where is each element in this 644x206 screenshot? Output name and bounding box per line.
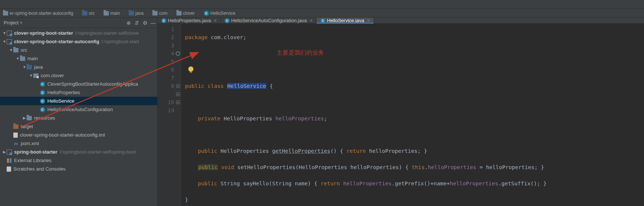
class-icon: C [40, 82, 45, 87]
tree-item-label: Scratches and Consoles [13, 166, 65, 172]
tree-item[interactable]: CHelloServiceAutoConfiguration [0, 105, 157, 114]
project-panel-header: Project ▾ ⊕ ⇵ ⚙ — [0, 18, 157, 28]
library-icon [7, 158, 12, 163]
class-icon: C [40, 99, 45, 104]
class-icon: C [40, 90, 45, 95]
tree-arrow-icon[interactable]: ▼ [9, 48, 13, 52]
tree-arrow-icon[interactable]: ▶ [22, 116, 27, 120]
locate-button[interactable]: ⊕ [125, 19, 133, 27]
crumb-label: main [110, 11, 120, 16]
chevron-right-icon: 〉 [145, 10, 151, 16]
tree-item-label: HelloServiceAutoConfiguration [47, 107, 113, 112]
tree-item-label: src [21, 47, 27, 53]
project-tree[interactable]: ▼clover-spring-boot-starterI:\springboot… [0, 28, 157, 174]
class-icon: C [161, 18, 166, 23]
code-editor[interactable]: 1 2 3 4 5 6 7 8 16 19 [158, 24, 644, 206]
breadcrumb-item[interactable]: CHelloService [202, 9, 237, 17]
file-icon [13, 133, 18, 138]
tree-arrow-icon[interactable]: ▶ [2, 150, 7, 154]
panel-title[interactable]: Project [4, 20, 18, 25]
tree-item[interactable]: mpom.xml [0, 139, 157, 148]
tree-item[interactable]: ▶spring-boot-starterI:\springboot-starte… [0, 148, 157, 156]
module-icon [7, 150, 12, 155]
project-tool-window: Project ▾ ⊕ ⇵ ⚙ — ▼clover-spring-boot-st… [0, 18, 158, 206]
class-icon: C [320, 18, 326, 23]
tree-item-hint: I:\springboot-starter-self\clove [75, 30, 139, 36]
breadcrumb-item[interactable]: er-spring-boot-starter-autoconfig [1, 9, 75, 17]
folder-icon [82, 11, 87, 16]
line-number: 3 [158, 41, 174, 49]
close-icon[interactable]: × [310, 18, 313, 23]
tree-item[interactable]: ▼com.clover [0, 71, 157, 80]
tree-arrow-icon[interactable]: ▼ [2, 40, 7, 44]
tab-hello-properties[interactable]: C HelloProperties.java × [158, 18, 221, 23]
editor-gutter[interactable]: 1 2 3 4 5 6 7 8 16 19 [158, 24, 181, 206]
fold-icon[interactable]: + [176, 84, 180, 88]
tree-item[interactable]: CCloverSpringBootStarterAutoconfigApplic… [0, 80, 157, 88]
tree-item-label: clover-spring-boot-starter-autoconfig.im… [20, 132, 105, 138]
line-number: 16 [158, 98, 174, 106]
maven-icon: m [13, 141, 18, 146]
fold-icon[interactable]: + [176, 100, 180, 104]
tree-item[interactable]: ▼clover-spring-boot-starterI:\springboot… [0, 29, 157, 37]
hide-button[interactable]: — [149, 19, 157, 27]
main-toolbar[interactable] [0, 0, 644, 9]
breadcrumb-item[interactable]: src [81, 9, 96, 17]
class-name: HelloService [227, 83, 267, 89]
tree-item[interactable]: ▼main [0, 54, 157, 63]
breadcrumb-item[interactable]: com [151, 9, 169, 17]
intention-bulb-icon[interactable] [188, 66, 193, 72]
close-icon[interactable]: × [367, 18, 370, 23]
editor-area: C HelloProperties.java × C HelloServiceA… [158, 18, 644, 206]
tree-item[interactable]: ▼java [0, 63, 157, 71]
module-icon [7, 39, 12, 44]
breadcrumb-item[interactable]: main [102, 9, 121, 17]
tree-arrow-icon[interactable]: ▼ [16, 56, 20, 61]
gear-icon[interactable]: ⚙ [141, 19, 149, 27]
tree-arrow-icon[interactable]: ▼ [22, 65, 27, 69]
crumb-label: src [89, 11, 95, 16]
folder-icon [20, 56, 25, 61]
target-folder-icon [13, 124, 18, 129]
crumb-label: clover [183, 11, 195, 16]
tree-item[interactable]: Scratches and Consoles [0, 165, 157, 173]
breadcrumb-item[interactable]: clover [175, 9, 196, 17]
fold-icon[interactable]: + [176, 92, 180, 96]
tree-item[interactable]: CHelloService [0, 97, 157, 105]
line-number: 5 [158, 58, 174, 66]
tree-item-label: clover-spring-boot-starter [14, 30, 73, 36]
expand-all-button[interactable]: ⇵ [133, 19, 141, 27]
tree-item[interactable]: CHelloProperties [0, 88, 157, 97]
tab-label: HelloProperties.java [168, 18, 211, 23]
tab-hello-service[interactable]: C HelloService.java × [317, 18, 374, 23]
folder-icon [176, 11, 182, 16]
tree-arrow-icon[interactable]: ▼ [2, 31, 7, 35]
code-content[interactable]: package package com.clover;com.clover; p… [181, 24, 547, 206]
line-number [158, 114, 174, 123]
folder-icon [27, 116, 32, 120]
tree-item[interactable]: clover-spring-boot-starter-autoconfig.im… [0, 131, 157, 139]
tree-item-label: target [21, 124, 33, 129]
tree-item-hint: I:\springboot-start [101, 39, 139, 44]
line-number: 19 [158, 106, 174, 114]
recursive-icon[interactable] [176, 51, 180, 56]
tab-hello-service-auto-config[interactable]: C HelloServiceAutoConfiguration.java × [221, 18, 317, 23]
tab-label: HelloServiceAutoConfiguration.java [231, 18, 307, 23]
editor-tabs: C HelloProperties.java × C HelloServiceA… [158, 18, 644, 24]
tree-item[interactable]: ▶resources [0, 114, 157, 122]
chevron-right-icon: 〉 [121, 10, 127, 16]
tree-item-label: spring-boot-starter [14, 149, 57, 155]
tree-item[interactable]: ▼src [0, 46, 157, 54]
close-icon[interactable]: × [214, 18, 217, 23]
tree-item[interactable]: target [0, 122, 157, 131]
chevron-down-icon[interactable]: ▾ [20, 20, 23, 25]
tree-item[interactable]: ▼clover-spring-boot-starter-autoconfigI:… [0, 37, 157, 46]
breadcrumb-item[interactable]: java [127, 9, 145, 17]
tree-item[interactable]: External Libraries [0, 156, 157, 165]
chevron-right-icon: 〉 [196, 10, 202, 16]
tree-item-label: resources [34, 115, 55, 121]
line-number: 1 [158, 25, 174, 33]
class-icon: C [40, 107, 45, 112]
tree-arrow-icon[interactable]: ▼ [29, 73, 33, 78]
scratch-icon [7, 166, 11, 172]
